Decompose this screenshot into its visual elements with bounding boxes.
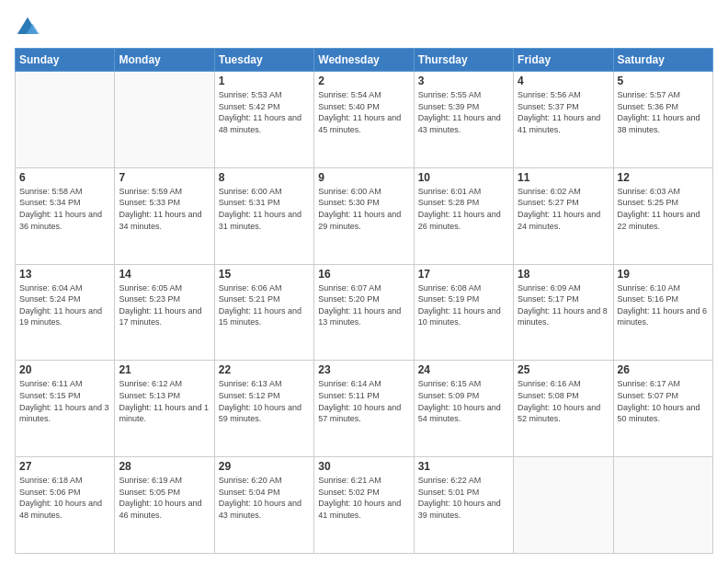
day-info: Sunrise: 6:04 AM Sunset: 5:24 PM Dayligh… bbox=[19, 282, 110, 328]
calendar-cell: 19Sunrise: 6:10 AM Sunset: 5:16 PM Dayli… bbox=[613, 264, 712, 361]
day-number: 28 bbox=[119, 460, 210, 473]
day-info: Sunrise: 6:13 AM Sunset: 5:12 PM Dayligh… bbox=[219, 378, 310, 424]
day-info: Sunrise: 5:59 AM Sunset: 5:33 PM Dayligh… bbox=[119, 186, 210, 232]
calendar-week-row: 6Sunrise: 5:58 AM Sunset: 5:34 PM Daylig… bbox=[16, 167, 713, 264]
day-number: 17 bbox=[418, 268, 509, 281]
calendar-cell: 31Sunrise: 6:22 AM Sunset: 5:01 PM Dayli… bbox=[414, 457, 513, 554]
day-info: Sunrise: 5:53 AM Sunset: 5:42 PM Dayligh… bbox=[219, 89, 310, 135]
calendar-week-row: 1Sunrise: 5:53 AM Sunset: 5:42 PM Daylig… bbox=[16, 72, 713, 168]
day-number: 20 bbox=[19, 363, 110, 376]
calendar-cell: 5Sunrise: 5:57 AM Sunset: 5:36 PM Daylig… bbox=[613, 72, 712, 168]
weekday-header: Friday bbox=[514, 49, 613, 72]
calendar-week-row: 20Sunrise: 6:11 AM Sunset: 5:15 PM Dayli… bbox=[16, 361, 713, 457]
calendar-cell: 14Sunrise: 6:05 AM Sunset: 5:23 PM Dayli… bbox=[115, 264, 214, 361]
calendar-week-row: 13Sunrise: 6:04 AM Sunset: 5:24 PM Dayli… bbox=[16, 264, 713, 361]
weekday-header: Thursday bbox=[414, 49, 513, 72]
weekday-header: Saturday bbox=[613, 49, 712, 72]
calendar-week-row: 27Sunrise: 6:18 AM Sunset: 5:06 PM Dayli… bbox=[16, 457, 713, 554]
day-info: Sunrise: 6:06 AM Sunset: 5:21 PM Dayligh… bbox=[219, 282, 310, 328]
weekday-header: Monday bbox=[115, 49, 214, 72]
page: SundayMondayTuesdayWednesdayThursdayFrid… bbox=[0, 0, 728, 563]
day-number: 13 bbox=[19, 268, 110, 281]
day-number: 14 bbox=[119, 268, 210, 281]
day-info: Sunrise: 6:11 AM Sunset: 5:15 PM Dayligh… bbox=[19, 378, 110, 424]
calendar-cell: 6Sunrise: 5:58 AM Sunset: 5:34 PM Daylig… bbox=[16, 167, 115, 264]
day-number: 11 bbox=[518, 171, 609, 184]
weekday-header: Tuesday bbox=[214, 49, 313, 72]
day-number: 23 bbox=[318, 363, 409, 376]
day-info: Sunrise: 6:00 AM Sunset: 5:31 PM Dayligh… bbox=[219, 186, 310, 232]
calendar-cell: 23Sunrise: 6:14 AM Sunset: 5:11 PM Dayli… bbox=[314, 361, 414, 457]
day-info: Sunrise: 5:55 AM Sunset: 5:39 PM Dayligh… bbox=[418, 89, 509, 135]
calendar-cell: 12Sunrise: 6:03 AM Sunset: 5:25 PM Dayli… bbox=[613, 167, 712, 264]
day-info: Sunrise: 6:02 AM Sunset: 5:27 PM Dayligh… bbox=[518, 186, 609, 232]
weekday-header: Sunday bbox=[16, 49, 115, 72]
day-number: 1 bbox=[219, 75, 310, 87]
day-info: Sunrise: 6:05 AM Sunset: 5:23 PM Dayligh… bbox=[119, 282, 210, 328]
calendar-cell: 15Sunrise: 6:06 AM Sunset: 5:21 PM Dayli… bbox=[214, 264, 313, 361]
day-number: 9 bbox=[318, 171, 409, 184]
calendar-cell: 3Sunrise: 5:55 AM Sunset: 5:39 PM Daylig… bbox=[414, 72, 513, 168]
day-info: Sunrise: 6:01 AM Sunset: 5:28 PM Dayligh… bbox=[418, 186, 509, 232]
day-info: Sunrise: 5:58 AM Sunset: 5:34 PM Dayligh… bbox=[19, 186, 110, 232]
day-number: 6 bbox=[19, 171, 110, 184]
weekday-header: Wednesday bbox=[314, 49, 414, 72]
calendar-cell: 27Sunrise: 6:18 AM Sunset: 5:06 PM Dayli… bbox=[16, 457, 115, 554]
day-info: Sunrise: 5:57 AM Sunset: 5:36 PM Dayligh… bbox=[618, 89, 709, 135]
day-info: Sunrise: 6:00 AM Sunset: 5:30 PM Dayligh… bbox=[318, 186, 409, 232]
day-info: Sunrise: 6:15 AM Sunset: 5:09 PM Dayligh… bbox=[418, 378, 509, 424]
day-number: 10 bbox=[418, 171, 509, 184]
logo-icon bbox=[15, 15, 40, 40]
day-info: Sunrise: 6:20 AM Sunset: 5:04 PM Dayligh… bbox=[219, 475, 310, 521]
calendar-cell: 25Sunrise: 6:16 AM Sunset: 5:08 PM Dayli… bbox=[514, 361, 613, 457]
calendar-cell: 11Sunrise: 6:02 AM Sunset: 5:27 PM Dayli… bbox=[514, 167, 613, 264]
calendar-cell: 10Sunrise: 6:01 AM Sunset: 5:28 PM Dayli… bbox=[414, 167, 513, 264]
day-number: 7 bbox=[119, 171, 210, 184]
calendar-cell bbox=[613, 457, 712, 554]
day-number: 29 bbox=[219, 460, 310, 473]
header bbox=[15, 15, 713, 40]
calendar-cell: 17Sunrise: 6:08 AM Sunset: 5:19 PM Dayli… bbox=[414, 264, 513, 361]
day-number: 25 bbox=[518, 363, 609, 376]
day-info: Sunrise: 6:07 AM Sunset: 5:20 PM Dayligh… bbox=[318, 282, 409, 328]
day-number: 16 bbox=[318, 268, 409, 281]
calendar-cell: 28Sunrise: 6:19 AM Sunset: 5:05 PM Dayli… bbox=[115, 457, 214, 554]
day-info: Sunrise: 6:17 AM Sunset: 5:07 PM Dayligh… bbox=[618, 378, 709, 424]
calendar-cell: 22Sunrise: 6:13 AM Sunset: 5:12 PM Dayli… bbox=[214, 361, 313, 457]
day-number: 19 bbox=[618, 268, 709, 281]
calendar-cell: 20Sunrise: 6:11 AM Sunset: 5:15 PM Dayli… bbox=[16, 361, 115, 457]
day-number: 4 bbox=[518, 75, 609, 87]
day-number: 18 bbox=[518, 268, 609, 281]
day-info: Sunrise: 6:22 AM Sunset: 5:01 PM Dayligh… bbox=[418, 475, 509, 521]
day-info: Sunrise: 5:56 AM Sunset: 5:37 PM Dayligh… bbox=[518, 89, 609, 135]
day-number: 22 bbox=[219, 363, 310, 376]
calendar-cell: 29Sunrise: 6:20 AM Sunset: 5:04 PM Dayli… bbox=[214, 457, 313, 554]
calendar-cell bbox=[16, 72, 115, 168]
logo bbox=[15, 15, 44, 40]
day-info: Sunrise: 6:03 AM Sunset: 5:25 PM Dayligh… bbox=[618, 186, 709, 232]
day-number: 27 bbox=[19, 460, 110, 473]
calendar-cell: 7Sunrise: 5:59 AM Sunset: 5:33 PM Daylig… bbox=[115, 167, 214, 264]
calendar-cell: 18Sunrise: 6:09 AM Sunset: 5:17 PM Dayli… bbox=[514, 264, 613, 361]
calendar-table: SundayMondayTuesdayWednesdayThursdayFrid… bbox=[15, 48, 713, 554]
calendar-cell: 9Sunrise: 6:00 AM Sunset: 5:30 PM Daylig… bbox=[314, 167, 414, 264]
day-number: 26 bbox=[618, 363, 709, 376]
day-number: 2 bbox=[318, 75, 409, 87]
day-info: Sunrise: 6:10 AM Sunset: 5:16 PM Dayligh… bbox=[618, 282, 709, 328]
day-number: 30 bbox=[318, 460, 409, 473]
day-info: Sunrise: 6:19 AM Sunset: 5:05 PM Dayligh… bbox=[119, 475, 210, 521]
calendar-cell: 30Sunrise: 6:21 AM Sunset: 5:02 PM Dayli… bbox=[314, 457, 414, 554]
day-info: Sunrise: 6:18 AM Sunset: 5:06 PM Dayligh… bbox=[19, 475, 110, 521]
day-number: 31 bbox=[418, 460, 509, 473]
calendar-cell: 2Sunrise: 5:54 AM Sunset: 5:40 PM Daylig… bbox=[314, 72, 414, 168]
calendar-cell: 8Sunrise: 6:00 AM Sunset: 5:31 PM Daylig… bbox=[214, 167, 313, 264]
day-info: Sunrise: 6:16 AM Sunset: 5:08 PM Dayligh… bbox=[518, 378, 609, 424]
day-info: Sunrise: 6:08 AM Sunset: 5:19 PM Dayligh… bbox=[418, 282, 509, 328]
calendar-cell: 4Sunrise: 5:56 AM Sunset: 5:37 PM Daylig… bbox=[514, 72, 613, 168]
calendar-cell: 24Sunrise: 6:15 AM Sunset: 5:09 PM Dayli… bbox=[414, 361, 513, 457]
calendar-header: SundayMondayTuesdayWednesdayThursdayFrid… bbox=[16, 49, 713, 72]
day-number: 12 bbox=[618, 171, 709, 184]
calendar-cell: 13Sunrise: 6:04 AM Sunset: 5:24 PM Dayli… bbox=[16, 264, 115, 361]
day-number: 8 bbox=[219, 171, 310, 184]
calendar-body: 1Sunrise: 5:53 AM Sunset: 5:42 PM Daylig… bbox=[16, 72, 713, 554]
